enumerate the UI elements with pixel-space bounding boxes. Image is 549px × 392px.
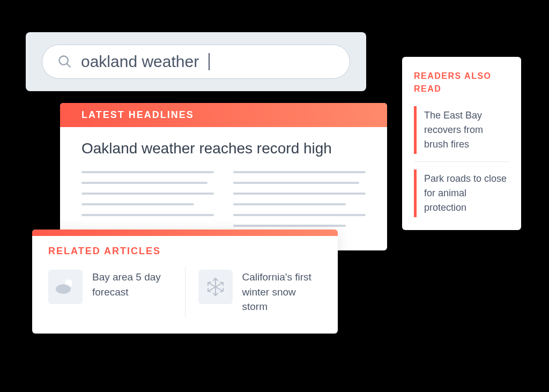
placeholder-line [81,171,214,173]
separator [414,161,509,162]
placeholder-line [233,203,346,205]
svg-line-1 [67,64,71,68]
snowflake-icon [198,270,233,304]
placeholder-line [81,214,214,216]
search-bar-container: oakland weather [26,32,366,91]
search-icon [57,54,72,69]
placeholder-line [81,193,214,195]
readers-also-read-card: READERS ALSO READ The East Bay recovers … [402,57,521,230]
headlines-section-label: LATEST HEADLINES [60,103,387,127]
related-article-title: California's first winter snow storm [242,270,322,314]
latest-headlines-card: LATEST HEADLINES Oakland weather reaches… [60,103,387,250]
related-article-item[interactable]: Bay area 5 day forecast [48,267,186,317]
related-article-title: Bay area 5 day forecast [92,270,172,299]
weather-cloud-sun-icon [48,270,83,304]
placeholder-line [233,225,346,227]
related-article-item[interactable]: California's first winter snow storm [186,267,322,317]
placeholder-line [233,193,366,195]
placeholder-line [233,171,366,173]
article-text-placeholder [81,171,366,235]
related-articles-card: RELATED ARTICLES Bay area 5 day forecast [32,230,338,334]
placeholder-line [233,214,366,216]
svg-point-0 [60,56,68,65]
reader-item[interactable]: Park roads to close for animal protectio… [414,169,509,217]
text-cursor [209,53,210,70]
related-items-row: Bay area 5 day forecast California's fir… [32,261,338,334]
search-query-text: oakland weather [81,53,199,71]
search-input[interactable]: oakland weather [42,45,350,79]
headline-title[interactable]: Oakland weather reaches record high [81,140,366,157]
reader-item-title: Park roads to close for animal protectio… [424,173,507,213]
placeholder-line [81,203,194,205]
related-section-label: RELATED ARTICLES [32,236,338,261]
svg-point-3 [56,284,71,294]
reader-item[interactable]: The East Bay recovers from brush fires [414,106,509,154]
related-header-accent [32,230,338,236]
readers-section-label: READERS ALSO READ [414,70,509,95]
placeholder-line [233,182,359,184]
placeholder-line [81,182,207,184]
reader-item-title: The East Bay recovers from brush fires [424,110,483,150]
